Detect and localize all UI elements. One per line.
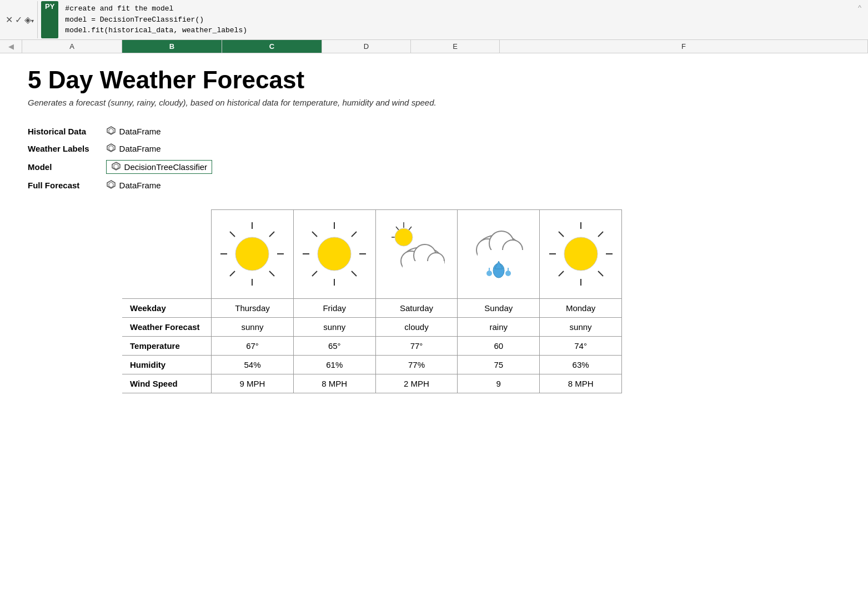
temp-saturday: 77° — [375, 336, 458, 355]
col-header-c[interactable]: C — [222, 40, 322, 53]
weather-forecast-row: Weather Forecast sunny sunny cloudy rain… — [122, 317, 622, 336]
weather-forecast-label: Weather Forecast — [122, 317, 212, 336]
page-title: 5 Day Weather Forecast — [28, 67, 846, 93]
svg-rect-35 — [403, 261, 444, 272]
svg-line-28 — [396, 227, 399, 230]
input-value-full-forecast: DataFrame — [106, 179, 213, 191]
svg-line-14 — [269, 232, 274, 237]
input-row-model: Model DecisionTreeClassifier — [28, 157, 218, 177]
input-row-full-forecast: Full Forecast DataFrame — [28, 177, 218, 194]
svg-point-55 — [564, 237, 598, 271]
svg-point-16 — [235, 237, 269, 271]
humidity-monday: 63% — [540, 355, 622, 374]
input-row-labels: Weather Labels DataFrame — [28, 140, 218, 157]
weather-saturday: cloudy — [375, 317, 458, 336]
weather-friday: sunny — [293, 317, 375, 336]
wind-speed-label: Wind Speed — [122, 374, 212, 393]
svg-marker-5 — [114, 164, 118, 169]
svg-marker-2 — [107, 144, 115, 152]
inputs-table: Historical Data DataFrame Weather Labels — [28, 123, 218, 194]
svg-line-51 — [559, 232, 564, 237]
wind-speed-row: Wind Speed 9 MPH 8 MPH 2 MPH 9 8 MPH — [122, 374, 622, 393]
weather-icon-sunday — [458, 209, 540, 298]
svg-line-29 — [409, 227, 412, 230]
svg-line-52 — [598, 271, 603, 276]
input-row-historical: Historical Data DataFrame — [28, 123, 218, 140]
wind-sunday: 9 — [458, 374, 540, 393]
row-number-header: ◀ — [0, 40, 22, 53]
weekday-saturday: Saturday — [375, 298, 458, 317]
temperature-row: Temperature 67° 65° 77° 60 74° — [122, 336, 622, 355]
humidity-row: Humidity 54% 61% 77% 75 63% — [122, 355, 622, 374]
weather-thursday: sunny — [212, 317, 294, 336]
svg-line-53 — [598, 232, 603, 237]
svg-line-54 — [559, 271, 564, 276]
col-header-b[interactable]: B — [122, 40, 222, 53]
humidity-label: Humidity — [122, 355, 212, 374]
expand-icon[interactable]: ^ — [854, 1, 866, 14]
svg-line-15 — [230, 271, 235, 276]
dataframe-icon-4 — [106, 179, 116, 191]
humidity-thursday: 54% — [212, 355, 294, 374]
svg-line-13 — [269, 271, 274, 276]
svg-line-21 — [312, 232, 317, 237]
input-label-labels: Weather Labels — [28, 140, 106, 157]
weather-icon-row — [122, 209, 622, 298]
svg-point-43 — [486, 271, 492, 276]
sheet-content: 5 Day Weather Forecast Generates a forec… — [0, 53, 868, 416]
column-headers: ◀ A B C D E F — [0, 40, 868, 53]
wind-saturday: 2 MPH — [375, 374, 458, 393]
weather-icon-thursday — [212, 209, 294, 298]
svg-marker-3 — [109, 146, 113, 151]
wind-friday: 8 MPH — [293, 374, 375, 393]
humidity-sunday: 75 — [458, 355, 540, 374]
input-value-model[interactable]: DecisionTreeClassifier — [106, 160, 213, 174]
weekday-label: Weekday — [122, 298, 212, 317]
svg-rect-40 — [478, 250, 523, 262]
formula-bar-icons[interactable]: ✕ ✓ ◈▾ — [2, 1, 38, 38]
svg-point-25 — [318, 237, 351, 271]
input-label-full-forecast: Full Forecast — [28, 177, 106, 194]
wind-monday: 8 MPH — [540, 374, 622, 393]
dataframe-icon-2 — [106, 143, 116, 154]
weekday-thursday: Thursday — [212, 298, 294, 317]
input-value-labels: DataFrame — [106, 143, 213, 154]
layers-icon[interactable]: ◈▾ — [24, 14, 34, 25]
forecast-table: Weekday Thursday Friday Saturday Sunday … — [122, 209, 622, 393]
temp-sunday: 60 — [458, 336, 540, 355]
svg-line-22 — [352, 271, 357, 276]
formula-bar: ✕ ✓ ◈▾ PY #create and fit the model mode… — [0, 0, 868, 40]
svg-point-45 — [505, 271, 511, 276]
svg-marker-7 — [109, 182, 113, 188]
forecast-wrapper: Weekday Thursday Friday Saturday Sunday … — [122, 209, 846, 393]
temp-thursday: 67° — [212, 336, 294, 355]
confirm-icon[interactable]: ✓ — [15, 14, 22, 25]
svg-marker-6 — [107, 181, 115, 188]
svg-marker-0 — [107, 127, 115, 134]
col-header-f[interactable]: F — [500, 40, 868, 53]
svg-line-24 — [312, 271, 317, 276]
weekday-row: Weekday Thursday Friday Saturday Sunday … — [122, 298, 622, 317]
weather-icon-saturday — [375, 209, 458, 298]
svg-marker-4 — [112, 162, 120, 170]
weekday-friday: Friday — [293, 298, 375, 317]
weekday-sunday: Sunday — [458, 298, 540, 317]
py-badge: PY — [41, 1, 58, 38]
formula-code: #create and fit the model model = Decisi… — [62, 1, 854, 38]
wind-thursday: 9 MPH — [212, 374, 294, 393]
col-header-a[interactable]: A — [22, 40, 122, 53]
col-header-d[interactable]: D — [322, 40, 411, 53]
humidity-saturday: 77% — [375, 355, 458, 374]
col-header-e[interactable]: E — [411, 40, 500, 53]
input-value-historical: DataFrame — [106, 126, 213, 137]
humidity-friday: 61% — [293, 355, 375, 374]
subtitle: Generates a forecast (sunny, rainy, clou… — [28, 98, 846, 107]
temp-friday: 65° — [293, 336, 375, 355]
temperature-label: Temperature — [122, 336, 212, 355]
dataframe-icon-3 — [111, 161, 121, 173]
close-icon[interactable]: ✕ — [6, 14, 13, 25]
input-label-historical: Historical Data — [28, 123, 106, 140]
weather-monday: sunny — [540, 317, 622, 336]
weather-icon-monday — [540, 209, 622, 298]
svg-marker-1 — [109, 128, 113, 134]
